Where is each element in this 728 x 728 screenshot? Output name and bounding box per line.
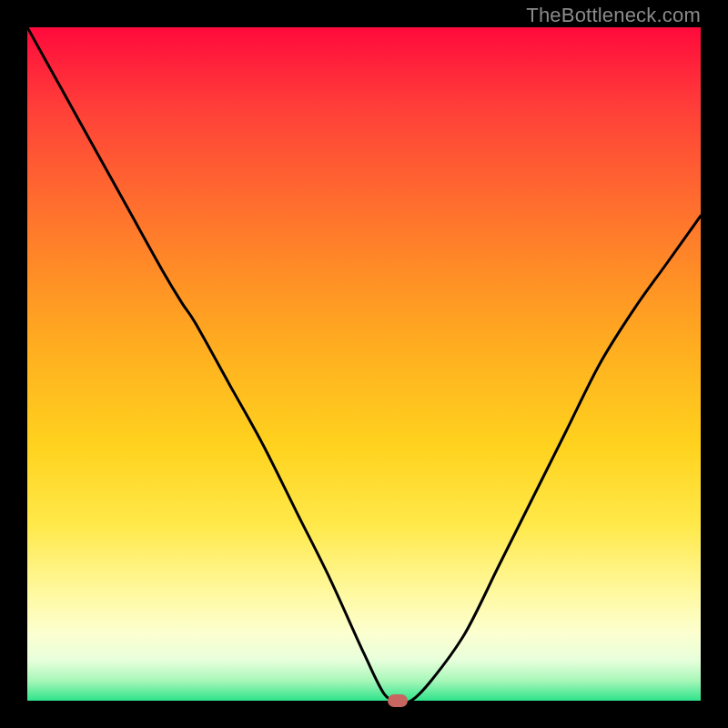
bottleneck-curve	[27, 27, 701, 701]
plot-area	[27, 27, 701, 701]
optimal-marker	[388, 694, 408, 707]
watermark: TheBottleneck.com	[526, 4, 701, 27]
chart-frame: TheBottleneck.com	[0, 0, 728, 728]
